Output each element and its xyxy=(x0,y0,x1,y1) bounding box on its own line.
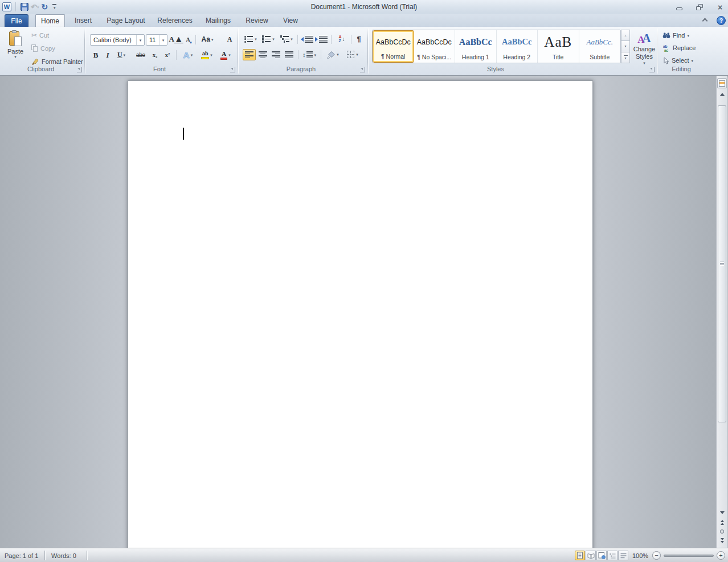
multilevel-list-button[interactable]: ▾ xyxy=(279,34,295,44)
subscript-button[interactable]: x₂ xyxy=(149,50,161,60)
show-hide-pilcrow-button[interactable]: ¶ xyxy=(353,33,365,44)
numbering-button[interactable]: ▾ xyxy=(260,34,276,44)
align-left-button[interactable] xyxy=(243,49,256,60)
borders-button[interactable]: ▾ xyxy=(343,48,362,60)
change-case-icon: Aa xyxy=(202,35,210,43)
clear-formatting-button[interactable]: A xyxy=(222,34,237,45)
tab-home[interactable]: Home xyxy=(35,14,65,27)
style-no-spacing[interactable]: AaBbCcDc ¶ No Spaci... xyxy=(414,30,456,63)
zoom-slider-track[interactable] xyxy=(664,555,714,557)
decrease-indent-button[interactable] xyxy=(300,34,314,44)
shading-button[interactable]: ▾ xyxy=(324,48,342,60)
draft-view-button[interactable] xyxy=(618,551,628,560)
font-name-combobox[interactable]: Calibri (Body) ▾ xyxy=(90,34,145,46)
document-page[interactable] xyxy=(128,80,593,548)
style-heading-1[interactable]: AaBbCc Heading 1 xyxy=(455,30,497,63)
font-dialog-launcher[interactable] xyxy=(230,67,235,72)
chevron-up-icon xyxy=(702,18,708,24)
sort-button[interactable]: AZ ↓ xyxy=(334,33,349,44)
align-center-button[interactable] xyxy=(256,49,269,60)
increase-indent-button[interactable] xyxy=(314,34,328,44)
bullets-button[interactable]: ▾ xyxy=(243,34,259,44)
word-count[interactable]: Words: 0 xyxy=(51,548,76,562)
bullets-icon xyxy=(244,36,253,43)
style-heading-2[interactable]: AaBbCc Heading 2 xyxy=(497,30,538,63)
bold-button[interactable]: B xyxy=(90,50,101,60)
chevron-down-icon: ▾ xyxy=(162,38,165,42)
find-button[interactable]: Find ▾ xyxy=(662,31,689,40)
document-area[interactable] xyxy=(0,76,716,548)
paste-dropdown-icon[interactable]: ▾ xyxy=(14,55,17,59)
style-subtitle[interactable]: AaBbCc. Subtitle xyxy=(579,30,621,63)
previous-page-button[interactable] xyxy=(717,518,727,527)
group-label-editing: Editing xyxy=(658,66,705,72)
font-size-dropdown[interactable]: ▾ xyxy=(159,35,167,45)
tab-insert[interactable]: Insert xyxy=(67,14,99,27)
select-button[interactable]: Select ▾ xyxy=(662,56,693,65)
style-title[interactable]: AaB Title xyxy=(538,30,579,63)
scroll-down-button[interactable] xyxy=(717,508,727,517)
vertical-scrollbar[interactable] xyxy=(716,76,727,548)
collapse-ribbon-button[interactable] xyxy=(703,19,708,24)
grow-font-button[interactable]: A▲ xyxy=(170,34,182,45)
styles-scroll-down-button[interactable]: ▾ xyxy=(621,41,630,52)
styles-dialog-launcher[interactable] xyxy=(649,67,655,72)
help-button[interactable]: ? xyxy=(717,16,726,25)
text-highlight-button[interactable]: ab ▾ xyxy=(198,50,216,60)
underline-button[interactable]: U ▾ xyxy=(114,50,129,60)
styles-gallery-more-button[interactable]: ▾ xyxy=(621,52,630,63)
scrollbar-thumb[interactable] xyxy=(718,105,726,422)
copy-icon xyxy=(31,44,38,52)
minimize-button[interactable] xyxy=(672,3,686,11)
close-button[interactable]: × xyxy=(713,3,727,11)
change-styles-button[interactable]: AA Change Styles ▾ xyxy=(631,28,657,65)
shrink-font-button[interactable]: A▼ xyxy=(182,34,194,45)
format-painter-button[interactable]: Format Painter xyxy=(31,56,83,66)
restore-button[interactable] xyxy=(693,3,706,11)
format-painter-label: Format Painter xyxy=(42,58,83,65)
print-layout-view-button[interactable] xyxy=(575,551,585,560)
find-binoculars-icon xyxy=(662,32,670,39)
replace-button[interactable]: ab ac Replace xyxy=(662,43,696,52)
outline-view-button[interactable] xyxy=(607,551,617,560)
page-indicator[interactable]: Page: 1 of 1 xyxy=(5,548,38,562)
tab-file[interactable]: File xyxy=(5,14,28,27)
tab-mailings[interactable]: Mailings xyxy=(199,14,237,27)
paragraph-dialog-launcher[interactable] xyxy=(360,67,365,72)
web-layout-view-button[interactable] xyxy=(596,551,607,560)
styles-scroll-up-button[interactable]: ▴ xyxy=(621,30,630,41)
select-browse-object-button[interactable] xyxy=(717,527,727,535)
full-screen-reading-view-button[interactable] xyxy=(586,551,596,560)
change-styles-label: Change Styles xyxy=(631,46,657,62)
justify-button[interactable] xyxy=(283,49,296,60)
zoom-in-button[interactable]: + xyxy=(717,551,725,560)
tab-references[interactable]: References xyxy=(154,14,196,27)
tab-review[interactable]: Review xyxy=(242,14,272,27)
strikethrough-button[interactable]: abe xyxy=(133,50,148,60)
zoom-out-button[interactable]: − xyxy=(652,551,661,560)
scroll-up-button[interactable] xyxy=(717,89,727,99)
italic-button[interactable]: I xyxy=(103,50,113,60)
superscript-button[interactable]: x² xyxy=(162,50,173,60)
line-spacing-button[interactable]: ↕ ▾ xyxy=(301,49,318,60)
view-ruler-button[interactable] xyxy=(717,78,727,88)
text-effects-button[interactable]: A ▾ xyxy=(179,50,197,60)
next-page-button[interactable] xyxy=(717,536,727,545)
zoom-level[interactable]: 100% xyxy=(632,548,648,562)
font-name-dropdown[interactable]: ▾ xyxy=(136,35,144,45)
tab-view[interactable]: View xyxy=(277,14,304,27)
style-normal[interactable]: AaBbCcDc ¶ Normal xyxy=(373,30,414,63)
scissors-icon: ✂ xyxy=(31,31,37,39)
font-size-combobox[interactable]: 11 ▾ xyxy=(146,34,167,46)
copy-button[interactable]: Copy xyxy=(31,43,55,53)
align-left-icon xyxy=(245,51,253,58)
cut-button[interactable]: ✂ Cut xyxy=(31,30,49,40)
double-arrow-down-icon xyxy=(721,538,724,543)
paste-button[interactable]: Paste ▾ xyxy=(4,28,27,64)
arrow-up-icon xyxy=(720,93,725,96)
change-case-button[interactable]: Aa ▾ xyxy=(199,34,216,45)
align-right-button[interactable] xyxy=(269,49,283,60)
font-color-button[interactable]: A ▾ xyxy=(217,50,234,60)
clipboard-dialog-launcher[interactable] xyxy=(77,67,82,72)
tab-page-layout[interactable]: Page Layout xyxy=(101,14,150,27)
